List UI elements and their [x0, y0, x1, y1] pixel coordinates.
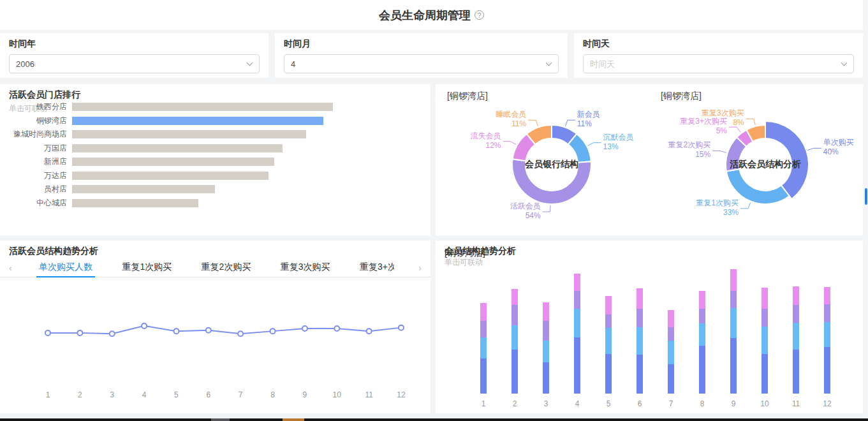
help-icon[interactable]: ?	[474, 10, 484, 20]
stack-segment-重复3次购买[interactable]	[699, 291, 705, 309]
stack-segment-重复1次购买[interactable]	[793, 323, 799, 350]
stack-segment-重复1次购买[interactable]	[511, 325, 518, 350]
tab-2[interactable]: 重复2次购买	[199, 258, 254, 277]
line-point[interactable]	[110, 331, 115, 336]
stacked-bar[interactable]	[793, 286, 799, 394]
line-point[interactable]	[334, 326, 339, 331]
tab-3[interactable]: 重复3次购买	[278, 258, 333, 277]
panel-stacked-trend: 会员结构趋势分析 [铜锣湾店] 单击可联动 123456789101112	[436, 240, 863, 413]
stack-segment-重复1次购买[interactable]	[730, 308, 737, 338]
stacked-bar[interactable]	[480, 303, 487, 394]
rank-bar[interactable]	[72, 117, 323, 125]
filter-day-select[interactable]	[583, 54, 854, 73]
stack-segment-重复2次购买[interactable]	[605, 314, 612, 329]
stack-segment-重复2次购买[interactable]	[543, 321, 549, 341]
stack-segment-单次购买[interactable]	[824, 347, 830, 394]
stack-segment-重复1次购买[interactable]	[574, 309, 580, 337]
stack-segment-单次购买[interactable]	[511, 350, 518, 394]
stack-segment-重复1次购买[interactable]	[605, 328, 612, 354]
rank-bar[interactable]	[72, 185, 215, 193]
stack-segment-重复3次购买[interactable]	[824, 287, 830, 305]
stack-segment-重复3次购买[interactable]	[511, 289, 518, 306]
scrollbar-thumb[interactable]	[865, 188, 867, 205]
stack-segment-重复1次购买[interactable]	[699, 323, 705, 346]
stacked-bar[interactable]	[668, 310, 674, 394]
trend-tabbar: ‹单次购买人数重复1次购买重复2次购买重复3次购买重复3+次购买›	[0, 258, 430, 277]
stack-segment-重复1次购买[interactable]	[480, 337, 487, 358]
filter-year-select[interactable]	[9, 54, 260, 73]
stack-segment-重复2次购买[interactable]	[511, 305, 518, 325]
line-point[interactable]	[238, 331, 243, 336]
stack-segment-重复2次购买[interactable]	[824, 304, 830, 322]
stack-segment-重复3次购买[interactable]	[761, 288, 768, 309]
stack-segment-单次购买[interactable]	[636, 355, 643, 394]
rank-bar[interactable]	[72, 199, 198, 207]
stack-segment-单次购买[interactable]	[761, 354, 768, 394]
stack-segment-重复2次购买[interactable]	[761, 309, 768, 327]
stack-segment-重复3次购买[interactable]	[605, 296, 612, 314]
stacked-bar[interactable]	[605, 296, 612, 394]
rank-row: 铁西分店	[0, 100, 430, 114]
line-point[interactable]	[206, 328, 211, 333]
stack-segment-重复2次购买[interactable]	[480, 321, 487, 337]
line-point[interactable]	[173, 329, 179, 334]
line-point[interactable]	[77, 330, 82, 336]
stack-segment-重复3次购买[interactable]	[793, 286, 799, 305]
tabs-next-arrow[interactable]: ›	[418, 263, 422, 273]
donut-label: 重复2次购买15%	[668, 140, 711, 159]
scrollbar-track[interactable]	[863, 0, 868, 421]
stack-segment-重复1次购买[interactable]	[761, 327, 768, 355]
stack-segment-单次购买[interactable]	[480, 358, 487, 394]
filter-month-input[interactable]	[284, 54, 559, 73]
stack-segment-重复2次购买[interactable]	[699, 309, 705, 323]
stack-segment-单次购买[interactable]	[543, 362, 549, 394]
stack-segment-重复3次购买[interactable]	[574, 274, 580, 291]
stacked-bar[interactable]	[511, 289, 518, 394]
stack-segment-重复2次购买[interactable]	[668, 327, 674, 341]
rank-bar[interactable]	[72, 103, 333, 111]
stack-segment-重复1次购买[interactable]	[636, 327, 643, 355]
tab-1[interactable]: 重复1次购买	[119, 258, 174, 277]
stack-segment-单次购买[interactable]	[668, 364, 674, 394]
stack-segment-重复3次购买[interactable]	[543, 302, 549, 321]
stack-segment-重复3次购买[interactable]	[730, 269, 737, 291]
stack-segment-重复2次购买[interactable]	[574, 291, 580, 309]
tab-4[interactable]: 重复3+次购买	[357, 258, 394, 277]
stack-segment-重复3次购买[interactable]	[668, 310, 674, 327]
line-point[interactable]	[302, 326, 307, 331]
rank-bar[interactable]	[72, 144, 283, 152]
stack-segment-重复3次购买[interactable]	[636, 288, 643, 309]
filter-month-select[interactable]	[284, 54, 559, 73]
stacked-bar[interactable]	[824, 287, 830, 394]
filter-year-input[interactable]	[9, 54, 260, 73]
stack-segment-单次购买[interactable]	[793, 350, 799, 394]
filter-day-input[interactable]	[583, 54, 854, 73]
line-point[interactable]	[399, 325, 404, 330]
stacked-bar[interactable]	[574, 274, 580, 394]
rank-bar[interactable]	[72, 130, 306, 138]
line-point[interactable]	[45, 330, 50, 336]
stacked-bar[interactable]	[699, 291, 705, 394]
stack-segment-单次购买[interactable]	[605, 354, 612, 394]
tab-0[interactable]: 单次购买人数	[36, 258, 95, 277]
line-point[interactable]	[270, 329, 276, 334]
line-point[interactable]	[367, 329, 372, 334]
stack-segment-重复1次购买[interactable]	[543, 341, 549, 362]
line-point[interactable]	[142, 323, 147, 329]
stack-segment-重复1次购买[interactable]	[824, 322, 830, 347]
stack-segment-单次购买[interactable]	[574, 337, 580, 394]
stacked-bar[interactable]	[636, 288, 643, 394]
stacked-bar[interactable]	[730, 269, 737, 394]
rank-bar[interactable]	[72, 158, 274, 166]
stack-segment-重复2次购买[interactable]	[793, 305, 799, 323]
stack-segment-重复2次购买[interactable]	[730, 291, 737, 308]
tabs-prev-arrow[interactable]: ‹	[9, 263, 12, 273]
stack-segment-单次购买[interactable]	[730, 338, 737, 394]
stacked-bar[interactable]	[543, 302, 549, 394]
stack-segment-重复1次购买[interactable]	[668, 341, 674, 364]
rank-bar[interactable]	[72, 172, 268, 180]
stack-segment-重复2次购买[interactable]	[636, 309, 643, 327]
stack-segment-单次购买[interactable]	[699, 346, 705, 394]
stack-segment-重复3次购买[interactable]	[480, 303, 487, 321]
stacked-bar[interactable]	[761, 288, 768, 394]
